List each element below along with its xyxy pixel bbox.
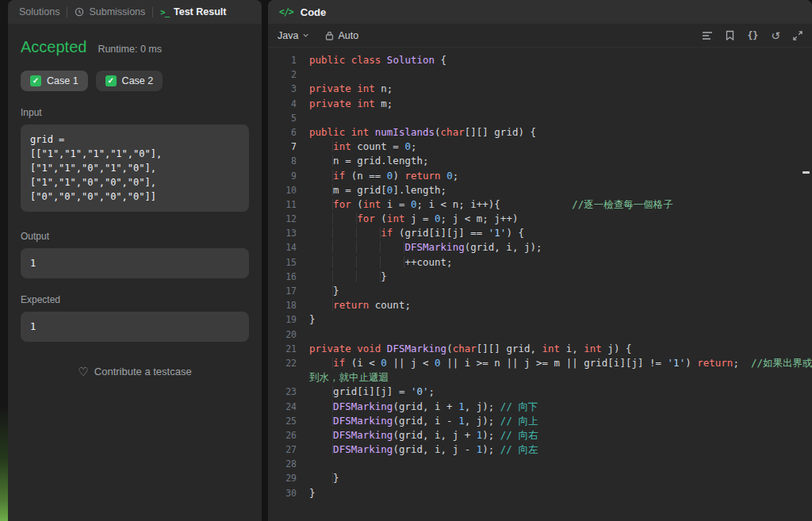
history-icon xyxy=(75,7,84,17)
tab-test-result-label: Test Result xyxy=(174,6,226,17)
case-1-button[interactable]: ✓ Case 1 xyxy=(21,71,88,91)
braces-icon[interactable]: {} xyxy=(747,30,758,41)
code-line[interactable]: 11 for (int i = 0; i < n; i++){ //逐一檢查每一… xyxy=(268,197,812,212)
result-tabbar: Solutions Submissions >_ Test Result xyxy=(8,0,262,24)
code-line[interactable]: 15 ++count; xyxy=(268,255,812,270)
code-line[interactable]: 到水，就中止遞迴 xyxy=(268,370,812,385)
code-line[interactable]: 9 if (n == 0) return 0; xyxy=(268,169,812,183)
line-number: 15 xyxy=(268,255,309,270)
code-line-content: public int numIslands(char[][] grid) { xyxy=(309,125,812,140)
code-line[interactable]: 20 xyxy=(268,328,812,342)
contribute-label: Contribute a testcase xyxy=(94,366,192,377)
code-line-content: grid[i][j] = '0'; xyxy=(309,385,812,399)
tab-submissions-label: Submissions xyxy=(89,6,145,17)
input-box[interactable]: grid = [["1","1","1","1","0"],["1","1","… xyxy=(21,125,249,212)
background-edge xyxy=(0,0,8,521)
line-number: 8 xyxy=(268,154,309,168)
output-box: 1 xyxy=(21,248,249,278)
code-line[interactable]: 28 xyxy=(268,457,812,471)
code-line-content: if (i < 0 || j < 0 || i >= n || j >= m |… xyxy=(309,356,812,370)
code-editor[interactable]: 1public class Solution {23private int n;… xyxy=(268,48,812,520)
line-number: 25 xyxy=(268,414,309,428)
code-line[interactable]: 16 } xyxy=(268,270,812,284)
code-line[interactable]: 19} xyxy=(268,312,812,327)
format-icon[interactable] xyxy=(702,31,713,40)
code-line[interactable]: 25 DFSMarking(grid, i - 1, j); // 向上 xyxy=(268,414,812,428)
line-number: 28 xyxy=(268,457,309,471)
code-line[interactable]: 3private int n; xyxy=(268,82,812,96)
terminal-icon: >_ xyxy=(160,7,169,17)
code-line[interactable]: 4private int m; xyxy=(268,97,812,111)
expand-icon[interactable] xyxy=(793,31,802,40)
code-line-content: for (int i = 0; i < n; i++){ //逐一檢查每一個格子 xyxy=(309,197,812,212)
code-line-content xyxy=(309,457,812,471)
tab-test-result[interactable]: >_ Test Result xyxy=(160,6,226,17)
expected-box: 1 xyxy=(21,312,249,342)
code-line[interactable]: 7 int count = 0; xyxy=(268,140,812,154)
line-number: 30 xyxy=(268,486,309,500)
test-result-panel: Solutions Submissions >_ Test Result Acc… xyxy=(8,0,262,521)
code-line[interactable]: 14 DFSMarking(grid, i, j); xyxy=(268,240,812,255)
code-line-content: } xyxy=(309,270,812,284)
input-label: Input xyxy=(21,107,249,118)
editor-tools: {} ↺ xyxy=(702,30,802,41)
auto-label: Auto xyxy=(338,30,358,41)
code-line-content: } xyxy=(309,486,812,500)
code-line-content: n = grid.length; xyxy=(309,154,812,168)
auto-toggle[interactable]: Auto xyxy=(325,30,358,41)
code-line-content: 到水，就中止遞迴 xyxy=(309,370,812,385)
code-line[interactable]: 24 DFSMarking(grid, i + 1, j); // 向下 xyxy=(268,400,812,414)
code-line[interactable]: 17 } xyxy=(268,284,812,298)
tab-separator xyxy=(67,7,67,17)
output-label: Output xyxy=(21,231,249,242)
line-number: 22 xyxy=(268,356,309,370)
undo-icon[interactable]: ↺ xyxy=(771,30,780,41)
line-number: 23 xyxy=(268,385,309,399)
code-line-content: DFSMarking(grid, i - 1, j); // 向上 xyxy=(309,414,812,428)
code-lines: 1public class Solution {23private int n;… xyxy=(268,53,812,500)
line-number: 29 xyxy=(268,471,309,485)
code-line[interactable]: 8 n = grid.length; xyxy=(268,154,812,168)
code-line[interactable]: 2 xyxy=(268,67,812,82)
code-line-content xyxy=(309,111,812,125)
bookmark-icon[interactable] xyxy=(726,30,734,40)
code-line[interactable]: 23 grid[i][j] = '0'; xyxy=(268,385,812,399)
code-line[interactable]: 22 if (i < 0 || j < 0 || i >= n || j >= … xyxy=(268,356,812,370)
language-selector[interactable]: Java xyxy=(278,30,309,41)
code-line[interactable]: 26 DFSMarking(grid, i, j + 1); // 向右 xyxy=(268,428,812,442)
case-2-button[interactable]: ✓ Case 2 xyxy=(96,71,163,91)
case-2-label: Case 2 xyxy=(122,75,154,86)
case-1-label: Case 1 xyxy=(47,75,79,86)
line-number: 11 xyxy=(268,197,309,212)
scrollbar-marker[interactable] xyxy=(802,171,810,174)
code-line-content: public class Solution { xyxy=(309,53,812,67)
line-number: 27 xyxy=(268,442,309,457)
check-icon: ✓ xyxy=(30,75,41,86)
code-line[interactable]: 29 } xyxy=(268,471,812,485)
line-number: 26 xyxy=(268,428,309,442)
line-number: 21 xyxy=(268,342,309,356)
line-number: 10 xyxy=(268,183,309,197)
code-line[interactable]: 18 return count; xyxy=(268,298,812,312)
code-line[interactable]: 13 if (grid[i][j] == '1') { xyxy=(268,226,812,240)
tab-solutions[interactable]: Solutions xyxy=(19,6,59,17)
code-line[interactable]: 30} xyxy=(268,486,812,500)
tab-submissions[interactable]: Submissions xyxy=(75,6,145,17)
code-line[interactable]: 6public int numIslands(char[][] grid) { xyxy=(268,125,812,140)
chevron-down-icon xyxy=(302,32,309,39)
code-line[interactable]: 5 xyxy=(268,111,812,125)
editor-toolbar: Java Auto xyxy=(268,24,812,48)
line-number: 18 xyxy=(268,298,309,312)
code-line[interactable]: 1public class Solution { xyxy=(268,53,812,67)
code-panel: </> Code Java Auto xyxy=(268,0,812,521)
line-number: 16 xyxy=(268,270,309,284)
code-line[interactable]: 12 for (int j = 0; j < m; j++) xyxy=(268,212,812,226)
tab-solutions-label: Solutions xyxy=(19,6,59,17)
code-line[interactable]: 10 m = grid[0].length; xyxy=(268,183,812,197)
code-line-content xyxy=(309,67,812,82)
line-number: 1 xyxy=(268,53,309,67)
code-line[interactable]: 27 DFSMarking(grid, i, j - 1); // 向左 xyxy=(268,442,812,457)
code-line-content: DFSMarking(grid, i, j - 1); // 向左 xyxy=(309,442,812,457)
contribute-testcase-link[interactable]: ♡ Contribute a testcase xyxy=(21,366,249,377)
code-line[interactable]: 21private void DFSMarking(char[][] grid,… xyxy=(268,342,812,356)
